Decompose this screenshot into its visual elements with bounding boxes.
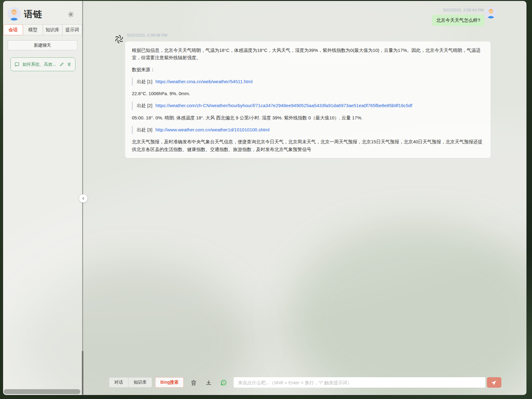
openai-logo-icon: [114, 34, 124, 44]
sidebar: 语链 会话 模型 知识库 提示词 新建聊天 如何系统、高效...: [3, 1, 82, 395]
citation-label: 出处 [1]: [137, 79, 152, 84]
citation-link[interactable]: http://www.weather.com.cn/weather1d/1010…: [155, 127, 270, 132]
clear-chat-icon[interactable]: [190, 379, 197, 386]
citation-excerpt: 22.8°C. 1006hPa. 9%. 0mm.: [132, 90, 484, 97]
citation-excerpt: 北京天气预报，及时准确发布中央气象台天气信息，便捷查询北京今日天气，北京周末天气…: [132, 138, 484, 153]
citation-excerpt: 05:00. 18°. 0%. 晴朗. 体感温度 18°. 大风 西北偏北 9 …: [132, 114, 484, 122]
citation-link[interactable]: https://weather.cma.cn/web/weather/54511…: [155, 79, 253, 84]
bing-search-button[interactable]: Bing搜索: [155, 377, 184, 388]
sidebar-tabs: 会话 模型 知识库 提示词: [3, 24, 82, 35]
gear-icon[interactable]: [67, 11, 74, 18]
conversation-title: 如何系统、高效...: [22, 62, 57, 67]
user-message-bubble: 北京今天天气怎么样?: [432, 15, 484, 26]
chevron-left-icon: [81, 196, 86, 201]
app-window: 语链 会话 模型 知识库 提示词 新建聊天 如何系统、高效...: [3, 1, 526, 395]
app-title: 语链: [24, 8, 42, 21]
user-message-timestamp: 5/22/2023, 2:08:43 PM: [443, 8, 484, 12]
new-chat-button[interactable]: 新建聊天: [8, 40, 77, 50]
scrollbar-thumb[interactable]: [82, 351, 83, 395]
citation-3: 出处 [3] http://www.weather.com.cn/weather…: [132, 126, 484, 134]
mode-switcher: 对话 知识库: [109, 377, 152, 388]
whatsapp-icon[interactable]: [220, 379, 227, 386]
background-leaf-decoration: [287, 223, 526, 395]
message-input[interactable]: [234, 377, 485, 388]
delete-icon[interactable]: [67, 62, 71, 67]
tab-knowledge-base[interactable]: 知识库: [43, 24, 63, 35]
mode-dialog-button[interactable]: 对话: [109, 377, 128, 388]
citation-label: 出处 [3]: [137, 127, 152, 132]
assistant-message-card: 根据已知信息，北京今天天气晴朗，气温为18°C，体感温度为18°C，大风天气，湿…: [125, 41, 491, 158]
sidebar-horizontal-scrollbar[interactable]: [4, 389, 80, 394]
conversation-item[interactable]: 如何系统、高效...: [10, 57, 75, 71]
citation-1: 出处 [1] https://weather.cma.cn/web/weathe…: [132, 78, 484, 86]
user-avatar: [7, 7, 21, 21]
sources-label: 数据来源：: [132, 66, 484, 73]
user-avatar: [485, 7, 497, 18]
input-toolbar: 对话 知识库 Bing搜索: [109, 377, 501, 388]
sidebar-collapse-button[interactable]: [79, 194, 87, 203]
tab-conversations[interactable]: 会话: [3, 24, 23, 35]
citation-label: 出处 [2]: [137, 103, 152, 108]
citation-link[interactable]: https://weather.com/zh-CN/weather/hourby…: [155, 103, 412, 108]
download-icon[interactable]: [205, 379, 212, 386]
tab-models[interactable]: 模型: [23, 24, 43, 35]
tab-prompts[interactable]: 提示词: [62, 24, 82, 35]
send-icon: [491, 379, 497, 385]
chat-bubble-icon: [14, 62, 20, 67]
send-button[interactable]: [487, 377, 501, 388]
assistant-message-timestamp: 5/22/2023, 2:09:08 PM: [127, 33, 167, 37]
user-message-text: 北京今天天气怎么样?: [436, 17, 480, 23]
edit-icon[interactable]: [59, 62, 64, 67]
mode-knowledge-base-button[interactable]: 知识库: [128, 377, 152, 388]
citation-2: 出处 [2] https://weather.com/zh-CN/weather…: [132, 102, 484, 110]
assistant-intro-text: 根据已知信息，北京今天天气晴朗，气温为18°C，体感温度为18°C，大风天气，湿…: [132, 47, 484, 62]
